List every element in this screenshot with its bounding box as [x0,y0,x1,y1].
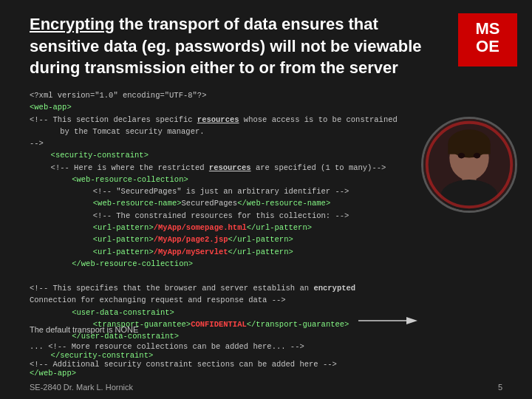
svg-point-12 [458,153,466,159]
slide: Encrypting the transport of data ensures… [0,0,532,399]
code-line-10: <web-resource-name>SecuredPages</web-res… [30,197,502,209]
code-line-18: <user-data-constraint> [30,307,502,318]
slide-title: Encrypting the transport of data ensures… [30,13,451,79]
svg-marker-4 [406,317,417,324]
svg-text:OE: OE [476,37,499,55]
portrait-image [421,117,517,213]
code-line-11: <!-- The constrained resources for this … [30,210,502,222]
svg-point-13 [474,153,481,159]
callout-label: The default transport is NONE [30,325,138,334]
code-line-16: <!-- This specifies that the browser and… [30,282,502,294]
footer-course: SE-2840 Dr. Mark L. Hornick [30,383,133,392]
title-underline-word: Encrypting [30,15,115,33]
code-line-15: </web-resource-collection> [30,258,502,270]
code-line-2: <web-app> [30,101,502,113]
code-line-17: Connection for exchanging request and re… [30,294,502,306]
header: Encrypting the transport of data ensures… [0,0,532,86]
footer: SE-2840 Dr. Mark L. Hornick 5 [0,383,532,392]
code-line-21: ... <!-- More resource collections can b… [30,342,502,351]
svg-rect-9 [448,143,490,154]
callout-text: The default transport is NONE [30,325,417,334]
code-line-14: <url-pattern>/MyApp/myServlet</url-patte… [30,246,502,258]
msoe-logo: MS OE [458,13,517,66]
code-content-2: ... <!-- More resource collections can b… [0,342,532,378]
code-line-23: <!-- Additional security constraint sect… [30,360,502,369]
code-line-3: <!-- This section declares specific reso… [30,114,502,126]
footer-page: 5 [498,383,502,392]
svg-text:MS: MS [476,19,500,38]
code-line-13: <url-pattern>/MyApp/page2.jsp</url-patte… [30,233,502,245]
code-line-12: <url-pattern>/MyApp/somepage.html</url-p… [30,222,502,233]
code-line-1: <?xml version="1.0" encoding="UTF-8"?> [30,89,502,101]
code-line-22: </security-constraint> [30,351,502,360]
code-line-24: </web-app> [30,369,502,378]
